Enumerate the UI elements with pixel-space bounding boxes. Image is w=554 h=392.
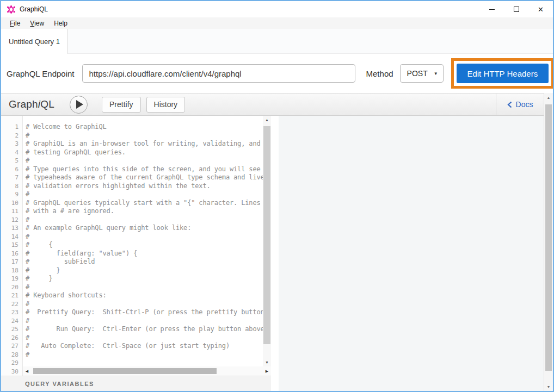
- minimize-button[interactable]: [479, 1, 504, 17]
- line-number: 15: [1, 241, 22, 250]
- close-button[interactable]: ✕: [528, 1, 553, 17]
- edit-http-headers-button[interactable]: Edit HTTP Headers: [457, 64, 549, 83]
- line-number: 4: [1, 148, 22, 157]
- method-label: Method: [366, 69, 393, 78]
- code-line[interactable]: #: [26, 317, 263, 326]
- code-line[interactable]: # GraphQL queries typically start with a…: [26, 199, 263, 208]
- menu-view[interactable]: View: [25, 18, 49, 28]
- line-number: 19: [1, 275, 22, 283]
- code-line[interactable]: # Welcome to GraphiQL: [26, 123, 263, 132]
- content-area: 1234567891011121314151617181920212223242…: [1, 116, 544, 391]
- code-line[interactable]: # {: [26, 241, 263, 250]
- line-number: 7: [1, 173, 22, 182]
- query-variables-bar[interactable]: QUERY VARIABLES: [1, 376, 271, 391]
- scroll-down-icon[interactable]: ▼: [263, 358, 271, 366]
- chevron-left-icon: [507, 101, 512, 108]
- code-line[interactable]: #: [26, 283, 263, 292]
- execute-query-button[interactable]: [70, 96, 88, 114]
- code-line[interactable]: # Keyboard shortcuts:: [26, 291, 263, 300]
- app-vertical-scrollbar[interactable]: ▲ ▼: [544, 93, 553, 391]
- maximize-icon: [514, 7, 519, 12]
- line-number: 24: [1, 317, 22, 326]
- scroll-right-icon[interactable]: ▶: [263, 369, 271, 374]
- code-line[interactable]: # testing GraphQL queries.: [26, 148, 263, 157]
- line-number: 18: [1, 266, 22, 275]
- code-line[interactable]: #: [26, 351, 263, 359]
- graphiql-app: GraphiQL Prettify History Docs: [1, 93, 553, 391]
- editor-vertical-scrollbar[interactable]: ▲ ▼: [263, 116, 271, 366]
- line-number: 29: [1, 359, 22, 368]
- code-line[interactable]: #: [26, 132, 263, 140]
- code-line[interactable]: #: [26, 157, 263, 165]
- code-line[interactable]: #: [26, 233, 263, 241]
- scroll-up-icon[interactable]: ▲: [263, 116, 271, 124]
- code-line[interactable]: # Auto Complete: Ctrl-Space (or just sta…: [26, 342, 263, 351]
- menu-bar: FileViewHelp: [1, 17, 553, 29]
- line-number: 23: [1, 308, 22, 317]
- tab-bar: Untitled Query 1: [1, 29, 553, 54]
- app-scroll-up-icon[interactable]: ▲: [544, 93, 553, 102]
- code-line[interactable]: # An example GraphQL query might look li…: [26, 224, 263, 233]
- tab-bar-empty-area: [68, 29, 553, 54]
- code-line[interactable]: # typeaheads aware of the current GraphQ…: [26, 173, 263, 182]
- endpoint-input[interactable]: [82, 64, 355, 83]
- result-pane: [279, 116, 544, 391]
- vertical-scroll-track[interactable]: [263, 124, 271, 358]
- code-line[interactable]: # with a # are ignored.: [26, 207, 263, 216]
- code-line[interactable]: # validation errors highlighted within t…: [26, 182, 263, 191]
- line-number: 12: [1, 216, 22, 225]
- app-scroll-thumb[interactable]: [545, 104, 552, 371]
- code-line[interactable]: # Type queries into this side of the scr…: [26, 165, 263, 174]
- method-select[interactable]: POST ▼: [400, 64, 444, 83]
- window-title: GraphiQL: [20, 5, 48, 13]
- line-number: 8: [1, 182, 22, 191]
- code-line[interactable]: # Run Query: Ctrl-Enter (or press the pl…: [26, 325, 263, 334]
- maximize-button[interactable]: [504, 1, 528, 17]
- docs-toggle[interactable]: Docs: [496, 94, 544, 115]
- horizontal-scroll-track[interactable]: [31, 366, 263, 376]
- code-line[interactable]: #: [26, 190, 263, 199]
- code-scroll-area: # Welcome to GraphiQL## GraphiQL is an i…: [23, 116, 271, 366]
- code-lines[interactable]: # Welcome to GraphiQL## GraphiQL is an i…: [23, 116, 263, 366]
- code-line[interactable]: [26, 359, 263, 366]
- pane-divider[interactable]: [271, 116, 279, 391]
- menu-file[interactable]: File: [5, 18, 25, 28]
- line-number: 1: [1, 123, 22, 132]
- code-line[interactable]: # field(arg: "value") {: [26, 250, 263, 258]
- title-bar: GraphiQL ✕: [1, 1, 553, 17]
- line-number: 11: [1, 207, 22, 216]
- line-number: 16: [1, 250, 22, 258]
- tab-untitled-query-1[interactable]: Untitled Query 1: [1, 29, 68, 54]
- code-line[interactable]: # subField: [26, 258, 263, 266]
- vertical-scroll-thumb[interactable]: [263, 126, 270, 344]
- line-number: 17: [1, 258, 22, 266]
- chevron-down-icon: ▼: [434, 71, 438, 76]
- line-number: 2: [1, 132, 22, 140]
- line-number: 9: [1, 190, 22, 199]
- code-line[interactable]: # Prettify Query: Shift-Ctrl-P (or press…: [26, 308, 263, 317]
- code-line[interactable]: # }: [26, 275, 263, 283]
- line-number: 14: [1, 233, 22, 241]
- history-button[interactable]: History: [146, 97, 186, 113]
- horizontal-scroll-thumb[interactable]: [33, 368, 217, 374]
- line-number: 22: [1, 300, 22, 309]
- editor-horizontal-scrollbar[interactable]: ◀ ▶: [23, 366, 271, 376]
- line-number: 28: [1, 351, 22, 359]
- code-line[interactable]: # GraphiQL is an in-browser tool for wri…: [26, 140, 263, 148]
- prettify-button[interactable]: Prettify: [102, 97, 141, 113]
- app-scroll-down-icon[interactable]: ▼: [544, 382, 553, 391]
- code-line[interactable]: #: [26, 216, 263, 225]
- code-column: # Welcome to GraphiQL## GraphiQL is an i…: [23, 116, 271, 376]
- code-line[interactable]: # }: [26, 266, 263, 275]
- line-number: 20: [1, 283, 22, 292]
- scroll-left-icon[interactable]: ◀: [23, 369, 31, 374]
- graphiql-toolbar: GraphiQL Prettify History Docs: [1, 93, 544, 116]
- line-number: 26: [1, 334, 22, 343]
- query-editor-pane: 1234567891011121314151617181920212223242…: [1, 116, 271, 391]
- line-number: 25: [1, 325, 22, 334]
- editor-body: 1234567891011121314151617181920212223242…: [1, 116, 271, 376]
- menu-help[interactable]: Help: [49, 18, 72, 28]
- app-scroll-track[interactable]: [544, 102, 553, 382]
- code-line[interactable]: #: [26, 334, 263, 343]
- code-line[interactable]: #: [26, 300, 263, 309]
